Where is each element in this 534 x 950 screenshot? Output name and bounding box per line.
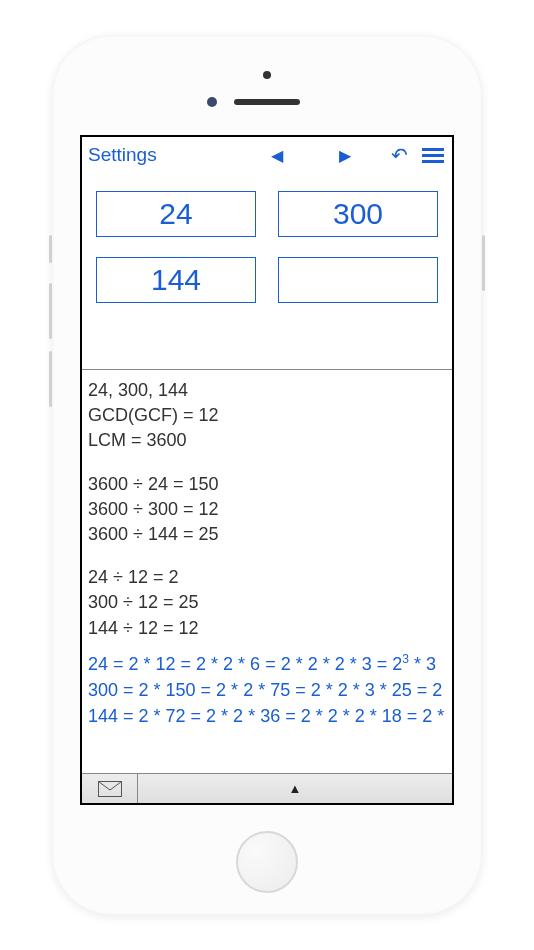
lcm-div-3: 3600 ÷ 144 = 25 — [88, 522, 446, 547]
input-grid: 24 300 144 — [82, 173, 452, 333]
home-button[interactable] — [236, 831, 298, 893]
bottom-bar: ▲ — [82, 773, 452, 803]
input-1[interactable]: 24 — [96, 191, 256, 237]
input-4[interactable] — [278, 257, 438, 303]
lcm-line: LCM = 3600 — [88, 428, 446, 453]
app-screen: Settings ◀ ▶ ↶ 24 300 144 24, 300, — [80, 135, 454, 805]
expand-button[interactable]: ▲ — [138, 774, 452, 803]
gcd-div-2: 300 ÷ 12 = 25 — [88, 590, 446, 615]
factor-300: 300 = 2 * 150 = 2 * 2 * 75 = 2 * 2 * 3 *… — [88, 677, 446, 703]
mail-icon — [98, 781, 122, 797]
undo-icon[interactable]: ↶ — [391, 143, 408, 167]
lcm-div-1: 3600 ÷ 24 = 150 — [88, 472, 446, 497]
results-panel: 24, 300, 144 GCD(GCF) = 12 LCM = 3600 36… — [82, 370, 452, 773]
input-2[interactable]: 300 — [278, 191, 438, 237]
mail-button[interactable] — [82, 774, 138, 803]
next-icon[interactable]: ▶ — [339, 146, 351, 165]
factorization-block: 24 = 2 * 12 = 2 * 2 * 6 = 2 * 2 * 2 * 3 … — [88, 651, 446, 729]
factor-144: 144 = 2 * 72 = 2 * 2 * 36 = 2 * 2 * 2 * … — [88, 703, 446, 729]
toolbar: Settings ◀ ▶ ↶ — [82, 137, 452, 173]
menu-icon[interactable] — [422, 148, 444, 163]
input-3[interactable]: 144 — [96, 257, 256, 303]
gcd-div-3: 144 ÷ 12 = 12 — [88, 616, 446, 641]
prev-icon[interactable]: ◀ — [271, 146, 283, 165]
numbers-line: 24, 300, 144 — [88, 378, 446, 403]
gcd-line: GCD(GCF) = 12 — [88, 403, 446, 428]
factor-24: 24 = 2 * 12 = 2 * 2 * 6 = 2 * 2 * 2 * 3 … — [88, 651, 446, 677]
lcm-div-2: 3600 ÷ 300 = 12 — [88, 497, 446, 522]
gcd-div-1: 24 ÷ 12 = 2 — [88, 565, 446, 590]
triangle-up-icon: ▲ — [289, 781, 302, 796]
settings-link[interactable]: Settings — [88, 144, 157, 166]
